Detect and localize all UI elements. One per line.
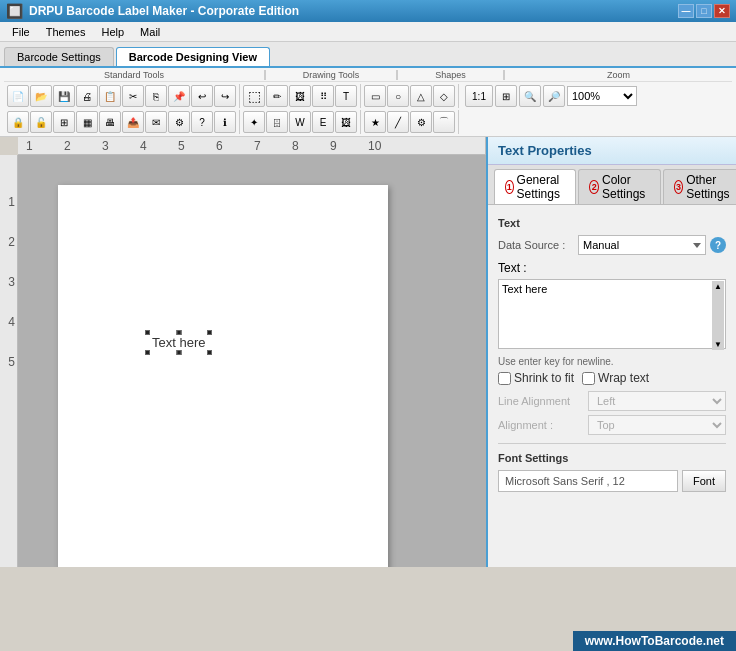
font-display: Microsoft Sans Serif , 12 [498,470,678,492]
tb-table[interactable]: ▦ [76,111,98,133]
font-row: Microsoft Sans Serif , 12 Font [498,470,726,492]
tb-rect[interactable]: ▭ [364,85,386,107]
tb-diamond[interactable]: ◇ [433,85,455,107]
panel-tab-other[interactable]: 3 Other Settings [663,169,736,204]
menu-mail[interactable]: Mail [132,24,168,40]
text-element-container[interactable]: Text here [148,333,209,352]
data-source-label: Data Source : [498,239,578,251]
hint-text: Use enter key for newline. [498,356,726,367]
tb-grid[interactable]: ⊞ [53,111,75,133]
tb-gear2[interactable]: ⚙ [410,111,432,133]
tb-zoom-fit2[interactable]: ⊞ [495,85,517,107]
wrap-checkbox[interactable] [582,372,595,385]
tb-image[interactable]: 🖼 [289,85,311,107]
menu-bar: File Themes Help Mail [0,22,736,42]
tb-text[interactable]: T [335,85,357,107]
tb-export[interactable]: 📤 [122,111,144,133]
handle-br[interactable] [207,350,212,355]
panel-tab-general[interactable]: 1 General Settings [494,169,576,204]
tb-cut[interactable]: ✂ [122,85,144,107]
tb-arc[interactable]: ⌒ [433,111,455,133]
align-select[interactable]: Top Middle Bottom [588,415,726,435]
toolbar-zoom-label: Zoom [505,70,732,80]
ruler-v-5: 5 [0,355,17,395]
line-align-select[interactable]: Left Center Right [588,391,726,411]
panel-tab-other-label: Other Settings [686,173,734,201]
text-section-title: Text [498,217,726,229]
toolbar-drawing-label: Drawing Tools [266,70,396,80]
tb-word[interactable]: W [289,111,311,133]
tb-line[interactable]: ╱ [387,111,409,133]
font-button[interactable]: Font [682,470,726,492]
menu-themes[interactable]: Themes [38,24,94,40]
panel-title: Text Properties [488,137,736,165]
tb-star2[interactable]: ★ [364,111,386,133]
tb-circle[interactable]: ○ [387,85,409,107]
tb-triangle[interactable]: △ [410,85,432,107]
tb-copy[interactable]: ⎘ [145,85,167,107]
tab-barcode-designing[interactable]: Barcode Designing View [116,47,270,66]
data-source-row: Data Source : Manual Database Sequential… [498,235,726,255]
minimize-button[interactable]: — [678,4,694,18]
tb-help[interactable]: ? [191,111,213,133]
scroll-down[interactable]: ▼ [713,340,723,349]
tb-printer[interactable]: 🖶 [99,111,121,133]
data-source-select[interactable]: Manual Database Sequential [578,235,706,255]
menu-help[interactable]: Help [93,24,132,40]
tb-barcode[interactable]: ⠿ [312,85,334,107]
ruler-mark-9: 9 [330,139,368,153]
tb-open[interactable]: 📂 [30,85,52,107]
tb-redo[interactable]: ↪ [214,85,236,107]
ruler-mark-10: 10 [368,139,406,153]
tb-fit[interactable]: 1:1 [465,85,493,107]
scroll-up[interactable]: ▲ [713,282,723,291]
tb-pen[interactable]: ✏ [266,85,288,107]
tab-circle-3: 3 [674,180,683,194]
scrollbar[interactable]: ▲ ▼ [712,281,724,350]
tab-barcode-settings[interactable]: Barcode Settings [4,47,114,66]
align-row: Alignment : Top Middle Bottom [498,415,726,435]
tb-paste[interactable]: 📌 [168,85,190,107]
tb-lock[interactable]: 🔒 [7,111,29,133]
tb-doc[interactable]: 📋 [99,85,121,107]
tb-settings[interactable]: ⚙ [168,111,190,133]
handle-bl[interactable] [145,350,150,355]
toolbar-zoom-group: 1:1 ⊞ 🔍 🔎 50% 75% 100% 125% 150% 200% [459,84,643,108]
ruler-mark-6: 6 [216,139,254,153]
canvas-bg[interactable]: Text here [18,155,486,567]
tb-info[interactable]: ℹ [214,111,236,133]
text-area-wrapper: Text here ▲ ▼ [498,279,726,352]
data-source-help[interactable]: ? [710,237,726,253]
toolbar-standard-label: Standard Tools [4,70,264,80]
tb-lock2[interactable]: 🔓 [30,111,52,133]
handle-tc[interactable] [176,330,181,335]
panel-tab-color[interactable]: 2 Color Settings [578,169,660,204]
zoom-select[interactable]: 50% 75% 100% 125% 150% 200% [567,86,637,106]
tb-zoom-out[interactable]: 🔎 [543,85,565,107]
tb-excel[interactable]: E [312,111,334,133]
toolbar-row2: 🔒 🔓 ⊞ ▦ 🖶 📤 ✉ ⚙ ? ℹ ✦ ⌹ W E 🖼 ★ ╱ ⚙ ⌒ [4,110,732,134]
shrink-checkbox[interactable] [498,372,511,385]
tb-image2[interactable]: 🖼 [335,111,357,133]
menu-file[interactable]: File [4,24,38,40]
maximize-button[interactable]: □ [696,4,712,18]
close-button[interactable]: ✕ [714,4,730,18]
tb-new[interactable]: 📄 [7,85,29,107]
wrap-label: Wrap text [598,371,649,385]
handle-bc[interactable] [176,350,181,355]
handle-tr[interactable] [207,330,212,335]
tb-print-preview[interactable]: 🖨 [76,85,98,107]
tb-undo[interactable]: ↩ [191,85,213,107]
paper: Text here [58,185,388,567]
tb-draw2[interactable]: ⌹ [266,111,288,133]
tb-select[interactable]: ⬚ [243,85,265,107]
tb-zoom-in[interactable]: 🔍 [519,85,541,107]
toolbar-row: 📄 📂 💾 🖨 📋 ✂ ⎘ 📌 ↩ ↪ ⬚ ✏ 🖼 ⠿ T ▭ ○ △ ◇ [4,84,732,108]
tb-save[interactable]: 💾 [53,85,75,107]
text-input[interactable]: Text here [498,279,726,349]
handle-tl[interactable] [145,330,150,335]
toolbar-drawing-group2: ✦ ⌹ W E 🖼 [240,110,361,134]
tb-star[interactable]: ✦ [243,111,265,133]
text-label-row: Text : [498,261,726,275]
tb-email[interactable]: ✉ [145,111,167,133]
